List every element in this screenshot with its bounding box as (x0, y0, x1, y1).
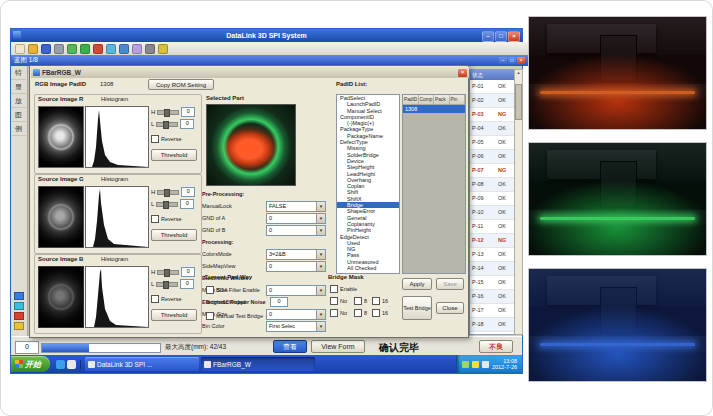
threshold-slider[interactable] (156, 282, 178, 287)
threshold-slider[interactable] (156, 202, 178, 207)
test-bridge-button[interactable]: Test Bridge (402, 296, 432, 320)
slider-thumb[interactable] (163, 121, 169, 129)
selected-pad-row[interactable]: 1308 (403, 105, 465, 113)
slider-thumb[interactable] (164, 109, 170, 117)
list-column-header[interactable]: Pin (450, 95, 466, 104)
bridge-enable-checkbox[interactable]: Enable (330, 285, 357, 293)
dropdown[interactable]: 0 ▾ (266, 309, 326, 320)
dropdown[interactable]: FALSE ▾ (266, 201, 326, 212)
checkbox-icon[interactable] (206, 312, 214, 320)
mask-option-checkbox[interactable]: 16 (372, 309, 388, 317)
toolbar-icon[interactable] (93, 44, 103, 54)
sidebar-tab[interactable]: 例 (11, 122, 26, 136)
table-row[interactable]: P-15 OK (470, 276, 514, 290)
dropdown[interactable]: 0 ▾ (266, 285, 326, 296)
checkbox-icon[interactable] (151, 135, 159, 143)
threshold-slider[interactable] (157, 190, 179, 195)
toolbar-icon[interactable] (54, 44, 64, 54)
checkbox-icon[interactable] (372, 297, 380, 305)
threshold-button[interactable]: Threshold (151, 149, 197, 161)
checkbox-icon[interactable] (151, 215, 159, 223)
table-row[interactable]: P-13 OK (470, 248, 514, 262)
dropdown[interactable]: 0 ▾ (266, 213, 326, 224)
toolbar-icon[interactable] (15, 44, 25, 54)
tray-ime-icon[interactable] (482, 361, 489, 368)
toolbar-icon[interactable] (67, 44, 77, 54)
toolbar-icon[interactable] (80, 44, 90, 54)
slider-thumb[interactable] (164, 269, 170, 277)
reverse-checkbox[interactable]: Reverse (151, 135, 181, 143)
toolbar-icon[interactable] (28, 44, 38, 54)
dropdown[interactable]: 0 ▾ (266, 261, 326, 272)
copy-rom-button[interactable]: Copy ROM Setting (148, 79, 214, 90)
table-row[interactable]: P-06 OK (470, 150, 514, 164)
bga-filter-checkbox[interactable]: BGA Filter Enable (206, 286, 260, 294)
bright-divided-value[interactable]: 0 (270, 297, 288, 307)
checkbox-icon[interactable] (206, 286, 214, 294)
tray-volume-icon[interactable] (472, 361, 479, 368)
table-row[interactable]: P-03 NG (470, 108, 514, 122)
view-button[interactable]: 查看 (273, 340, 307, 353)
sub-maximize-button[interactable]: □ (508, 57, 516, 64)
tree-item[interactable]: All Checked (337, 265, 399, 271)
table-row[interactable]: P-11 OK (470, 220, 514, 234)
toolbar-icon[interactable] (145, 44, 155, 54)
mask-option-checkbox[interactable]: No (330, 297, 347, 305)
slider-thumb[interactable] (163, 281, 169, 289)
threshold-button[interactable]: Threshold (151, 229, 197, 241)
checkbox-icon[interactable] (372, 309, 380, 317)
toolbar-icon[interactable] (41, 44, 51, 54)
checkbox-icon[interactable] (330, 285, 338, 293)
table-row[interactable]: P-01 OK (470, 80, 514, 94)
table-row[interactable]: P-17 OK (470, 304, 514, 318)
taskbar-window-button[interactable]: FBarRGB_W (201, 357, 315, 371)
close-dialog-button[interactable]: Close (436, 302, 464, 314)
table-row[interactable]: P-10 OK (470, 206, 514, 220)
mask-option-checkbox[interactable]: 8 (354, 309, 367, 317)
table-scrollbar[interactable]: ▲ (514, 69, 523, 335)
sidebar-tab[interactable]: 图 (11, 108, 26, 122)
slider-value[interactable]: 0 (181, 267, 195, 277)
slider-value[interactable]: 0 (180, 279, 194, 289)
dropdown[interactable]: 3=2&B ▾ (266, 249, 326, 260)
ql-desktop-icon[interactable] (56, 360, 65, 369)
reverse-checkbox[interactable]: Reverse (151, 215, 181, 223)
sidebar-tab[interactable]: 放 (11, 94, 26, 108)
table-row[interactable]: P-16 OK (470, 290, 514, 304)
view-form-button[interactable]: View Form (311, 340, 365, 353)
checkbox-icon[interactable] (151, 295, 159, 303)
apply-button[interactable]: Apply (402, 278, 432, 290)
table-row[interactable]: P-14 OK (470, 262, 514, 276)
slider-value[interactable]: 0 (181, 107, 195, 117)
checkbox-icon[interactable] (330, 309, 338, 317)
ng-button[interactable]: 不良 (479, 340, 513, 353)
table-row[interactable]: P-18 OK (470, 318, 514, 332)
mask-option-checkbox[interactable]: No (330, 309, 347, 317)
checkbox-icon[interactable] (330, 297, 338, 305)
slider-value[interactable]: 0 (180, 119, 194, 129)
toolbar-icon[interactable] (132, 44, 142, 54)
sidebar-tab[interactable]: 特 (11, 66, 26, 80)
mask-option-checkbox[interactable]: 8 (354, 297, 367, 305)
table-row[interactable]: P-12 NG (470, 234, 514, 248)
dropdown[interactable]: First Selec ▾ (266, 321, 326, 332)
sidebar-tab[interactable]: 显 (11, 80, 26, 94)
table-row[interactable]: P-07 NG (470, 164, 514, 178)
checkbox-icon[interactable] (354, 297, 362, 305)
scrollbar-thumb[interactable] (515, 84, 522, 120)
slider-thumb[interactable] (164, 189, 170, 197)
start-button[interactable]: 开始 (11, 356, 50, 372)
dropdown[interactable]: 0 ▾ (266, 225, 326, 236)
manual-test-checkbox[interactable]: Manual Test Bridge (206, 312, 263, 320)
threshold-slider[interactable] (157, 110, 179, 115)
count-box[interactable]: 0 (15, 341, 39, 354)
sub-minimize-button[interactable]: – (499, 57, 507, 64)
reverse-checkbox[interactable]: Reverse (151, 295, 181, 303)
threshold-slider[interactable] (156, 122, 178, 127)
save-button[interactable]: Save (436, 278, 464, 290)
ql-explorer-icon[interactable] (67, 360, 76, 369)
maximize-button[interactable]: □ (495, 31, 507, 42)
tray-clock[interactable]: 13:08 2012-7-26 (492, 358, 517, 371)
checkbox-icon[interactable] (354, 309, 362, 317)
threshold-slider[interactable] (157, 270, 179, 275)
